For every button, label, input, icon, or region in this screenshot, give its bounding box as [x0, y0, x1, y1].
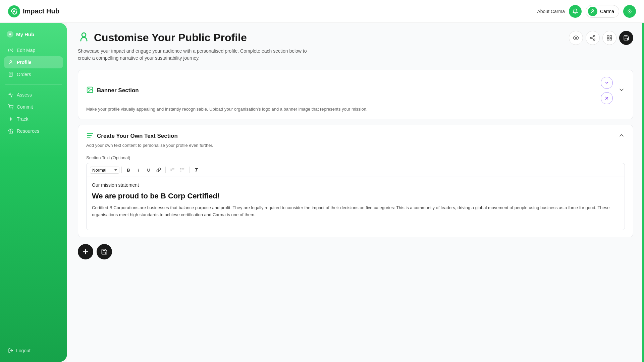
sidebar-spacer [0, 138, 67, 345]
editor-body: Certified B Corporations are businesses … [92, 204, 619, 219]
page-header: Customise Your Public Profile [78, 31, 633, 45]
layout: My Hub Edit Map Profile Orders Assess [0, 23, 644, 362]
assess-label: Assess [17, 92, 32, 98]
text-section-card: Create Your Own Text Section Add your ow… [78, 125, 633, 237]
resources-label: Resources [17, 128, 39, 134]
banner-description: Make your profile visually appealing and… [86, 106, 625, 112]
svg-point-6 [10, 61, 11, 62]
svg-point-40 [181, 169, 181, 169]
share-button[interactable] [586, 31, 600, 45]
underline-button[interactable]: U [144, 165, 153, 175]
orders-label: Orders [17, 72, 31, 77]
preview-button[interactable] [569, 31, 583, 45]
about-link[interactable]: About Carma [537, 9, 565, 14]
save-button[interactable] [619, 31, 633, 45]
svg-rect-23 [607, 36, 609, 37]
svg-rect-26 [610, 39, 612, 40]
avatar [588, 7, 597, 16]
banner-card-header[interactable]: Banner Section [86, 77, 625, 104]
edit-map-label: Edit Map [17, 48, 35, 53]
text-section-icon [86, 132, 94, 140]
logout-button[interactable]: Logout [0, 345, 67, 357]
text-card-header[interactable]: Create Your Own Text Section [86, 132, 625, 140]
main-content: Customise Your Public Profile Showcase y… [67, 23, 644, 362]
svg-point-28 [88, 88, 89, 89]
svg-line-22 [592, 37, 593, 38]
unordered-list-button[interactable] [178, 165, 187, 175]
commit-label: Commit [17, 104, 33, 110]
notification-button[interactable] [569, 5, 582, 18]
profile-label: Profile [17, 60, 32, 65]
carma-avatar[interactable] [623, 5, 636, 18]
svg-point-12 [12, 109, 13, 109]
svg-point-5 [10, 50, 11, 51]
sidebar: My Hub Edit Map Profile Orders Assess [0, 23, 67, 362]
svg-rect-25 [607, 39, 609, 40]
svg-point-1 [13, 10, 15, 12]
sidebar-item-assess[interactable]: Assess [4, 89, 63, 101]
editor-mission: Our mission statement [92, 182, 619, 188]
user-name: Carma [600, 9, 614, 14]
sidebar-item-edit-map[interactable]: Edit Map [4, 44, 63, 56]
editor-heading: We are proud to be B Corp Certified! [92, 192, 619, 200]
sidebar-item-profile[interactable]: Profile [4, 56, 63, 68]
text-title-row: Create Your Own Text Section [86, 132, 178, 140]
svg-line-21 [592, 38, 593, 39]
my-hub-label: My Hub [16, 32, 34, 37]
field-label: Section Text (Optional) [86, 155, 625, 160]
track-label: Track [17, 116, 28, 122]
sidebar-item-resources[interactable]: Resources [4, 125, 63, 137]
logo[interactable]: Impact Hub [8, 5, 59, 17]
banner-chevron[interactable] [618, 86, 625, 95]
sidebar-nav-items: Assess Commit Track Resources [0, 87, 67, 138]
save-all-button[interactable] [97, 244, 112, 259]
svg-point-2 [592, 9, 593, 11]
svg-point-42 [181, 171, 181, 171]
banner-icon [86, 86, 94, 95]
hub-icon [7, 31, 13, 38]
logout-label: Logout [16, 348, 31, 353]
header-actions [569, 31, 633, 45]
editor-area[interactable]: Our mission statement We are proud to be… [86, 177, 625, 230]
right-accent-bar [642, 23, 644, 362]
toolbar-sep-1 [121, 167, 122, 173]
bold-button[interactable]: B [124, 165, 133, 175]
svg-rect-24 [610, 36, 612, 37]
page-title-row: Customise Your Public Profile [78, 31, 247, 44]
bottom-actions [78, 244, 633, 259]
svg-point-17 [575, 37, 577, 39]
strikethrough-button[interactable]: T [192, 165, 201, 175]
toolbar-sep-3 [189, 167, 190, 173]
add-section-button[interactable] [78, 244, 93, 259]
user-pill[interactable]: Carma [586, 5, 619, 18]
sidebar-item-orders[interactable]: Orders [4, 68, 63, 80]
banner-title: Banner Section [97, 87, 139, 94]
sidebar-item-track[interactable]: Track [4, 113, 63, 125]
svg-point-41 [181, 170, 181, 170]
page-description: Showcase your impact and engage your aud… [78, 48, 313, 62]
ordered-list-button[interactable] [168, 165, 177, 175]
my-hub[interactable]: My Hub [0, 28, 67, 43]
format-select[interactable]: NormalHeading 1Heading 2Heading 3 [90, 167, 119, 174]
page-title-icon [78, 31, 90, 44]
toolbar-sep-2 [165, 167, 166, 173]
link-button[interactable] [154, 165, 163, 175]
svg-point-11 [10, 109, 10, 109]
header: Impact Hub About Carma Carma [0, 0, 644, 23]
grid-button[interactable] [602, 31, 616, 45]
svg-point-13 [10, 118, 11, 120]
banner-section-card: Banner Section Make y [78, 70, 633, 119]
sidebar-divider [5, 84, 62, 85]
sidebar-item-commit[interactable]: Commit [4, 101, 63, 113]
banner-title-row: Banner Section [86, 86, 139, 95]
logo-text: Impact Hub [23, 7, 59, 15]
banner-expand-button[interactable] [601, 77, 613, 89]
text-section-title: Create Your Own Text Section [97, 133, 178, 139]
banner-close-button[interactable] [601, 92, 613, 104]
svg-point-16 [82, 33, 86, 37]
italic-button[interactable]: I [134, 165, 143, 175]
rich-toolbar: NormalHeading 1Heading 2Heading 3 B I U [86, 163, 625, 177]
text-section-chevron[interactable] [618, 132, 625, 140]
svg-point-3 [629, 11, 630, 12]
text-section-description: Add your own text content to personalise… [86, 142, 625, 148]
